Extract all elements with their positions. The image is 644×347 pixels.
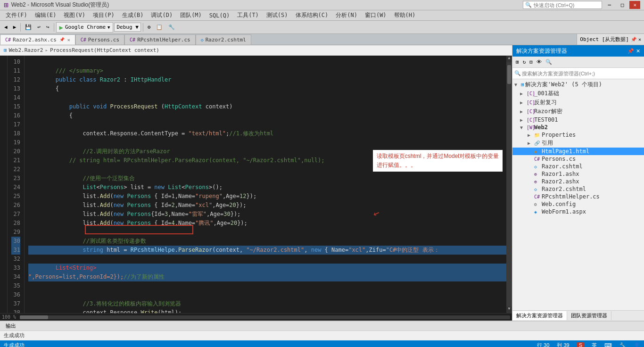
menu-tools[interactable]: 工具(T)	[233, 10, 263, 20]
tree-item-htmlpage1[interactable]: ◈ HtmlPage1.html	[512, 148, 644, 155]
se-tab-team[interactable]: 团队资源管理器	[567, 311, 611, 320]
tree-item-razor[interactable]: ▶ [C] Razor解密	[512, 107, 644, 116]
tree-item-references[interactable]: ▶ 🔗 引用	[512, 139, 644, 148]
sougou-icon[interactable]: S	[577, 342, 584, 347]
menu-debug[interactable]: 调试(D)	[147, 10, 176, 20]
cs-file-icon-3: C#	[130, 37, 135, 42]
tab-pin-icon[interactable]: 📌	[59, 37, 65, 42]
tree-item-razor2-ashx[interactable]: ⊕ Razor2.ashx	[512, 178, 644, 185]
tree-item-webform1[interactable]: ◈ WebForm1.aspx	[512, 208, 644, 215]
item-label-12: Razor2.ashx	[542, 178, 579, 185]
expand-icon-4: ▶	[520, 117, 526, 123]
tree-item-reflect[interactable]: ▶ [C] 反射复习	[512, 98, 644, 107]
tree-item-001[interactable]: ▶ [C] _001基础	[512, 89, 644, 98]
scroll-up-button[interactable]: ▲	[506, 56, 512, 62]
object-browser-label: Object [从元数据]	[580, 36, 629, 43]
menu-build[interactable]: 生成(B)	[118, 10, 148, 20]
scroll-down-button[interactable]: ▼	[506, 306, 512, 313]
expand-icon: ▶	[520, 91, 526, 96]
se-tab-solution[interactable]: 解决方案资源管理器	[512, 311, 567, 320]
user-icon[interactable]: 👤	[634, 342, 640, 347]
toolbar-btn-back[interactable]: ◀	[2, 23, 10, 32]
tab-rpcshtml-cs[interactable]: C# RPcshtmlHelper.cs	[124, 34, 196, 45]
solution-label: 解决方案'Web2' (5 个项目)	[525, 81, 602, 89]
menu-view[interactable]: 视图(V)	[60, 10, 89, 20]
solution-root[interactable]: ▼ ⊞ 解决方案'Web2' (5 个项目)	[512, 80, 644, 89]
code-content[interactable]: /// </summary> public class Razor2 : IHt…	[25, 56, 512, 313]
tree-item-persons-cs[interactable]: C# Persons.cs	[512, 155, 644, 163]
solution-search[interactable]: 🔍	[512, 68, 644, 79]
vertical-scrollbar[interactable]	[506, 56, 512, 313]
minimize-button[interactable]: −	[604, 0, 615, 9]
cs-icon-4: [C]	[527, 117, 533, 123]
run-button[interactable]: ▶ Google Chrome ▼	[56, 22, 114, 33]
tree-item-razor2-cshtml[interactable]: ◇ Razor2.cshtml	[512, 185, 644, 193]
obj-close-btn[interactable]: ✕	[638, 37, 641, 42]
menu-file[interactable]: 文件(F)	[2, 10, 31, 20]
item-label: _001基础	[534, 90, 559, 98]
tree-item-test001[interactable]: ▶ [C] TEST001	[512, 116, 644, 124]
pin-icon[interactable]: 📌	[631, 37, 636, 42]
code-editor-body[interactable]: 10 11 12 13 14 15 16 17 18 19 20 21 22 2…	[0, 56, 512, 313]
toolbar-btn-save-all[interactable]: 💾	[23, 23, 34, 32]
quick-launch-input[interactable]	[534, 2, 600, 8]
se-tb-properties[interactable]: ⊞	[514, 58, 520, 66]
se-tb-refresh[interactable]: ↻	[521, 58, 528, 66]
object-browser-tab[interactable]: Object [从元数据] 📌 ✕	[577, 34, 644, 45]
solution-expand-icon: ▼	[514, 82, 520, 87]
toolbar-btn-undo[interactable]: ↩	[35, 23, 43, 32]
quick-launch-box[interactable]: 🔍	[523, 1, 602, 9]
menu-project[interactable]: 项目(P)	[89, 10, 118, 20]
expand-icon-6: ▶	[528, 132, 533, 138]
menu-architecture[interactable]: 体系结构(C)	[292, 10, 332, 20]
solution-search-input[interactable]	[522, 71, 642, 76]
tree-item-razor-cshtml[interactable]: ◇ Razor.cshtml	[512, 163, 644, 170]
menu-help[interactable]: 帮助(H)	[390, 10, 420, 20]
maximize-button[interactable]: □	[617, 1, 628, 9]
tree-item-rpcshtml[interactable]: C# RPcshtmlHelper.cs	[512, 193, 644, 200]
close-button[interactable]: ✕	[629, 1, 640, 9]
cs-file-icon-tree-2: C#	[534, 194, 541, 199]
tree-item-razor1-ashx[interactable]: ⊕ Razor1.ashx	[512, 170, 644, 178]
toolbar-btn-redo[interactable]: ↪	[44, 23, 52, 32]
menu-test[interactable]: 测试(S)	[263, 10, 292, 20]
se-tb-show-all[interactable]: 👁	[535, 58, 543, 66]
se-close-btn[interactable]: ✕	[636, 48, 640, 54]
se-tb-collapse[interactable]: ⊟	[528, 58, 534, 66]
cshtml-file-icon-tree: ◇	[534, 164, 541, 169]
menu-sql[interactable]: SQL(Q)	[206, 11, 233, 20]
se-pin-btn[interactable]: 📌	[627, 48, 634, 54]
html-file-icon: ◈	[534, 149, 541, 154]
menu-team[interactable]: 团队(M)	[176, 10, 206, 20]
tab-close-btn[interactable]: ✕	[67, 37, 70, 42]
cs-file-icon-2: C#	[81, 37, 86, 42]
lang-icon[interactable]: 英	[592, 342, 597, 347]
code-editor-section: ⊞ Web2.Razor2 ▸ ProcessRequest(HttpConte…	[0, 45, 512, 321]
debug-config-dropdown[interactable]: Debug ▼	[114, 23, 140, 32]
tree-item-properties[interactable]: ▶ 📁 Properties	[512, 131, 644, 139]
settings-icon[interactable]: 🔧	[619, 342, 626, 347]
output-tabs: 输出	[0, 322, 644, 331]
tab-razor2-ashx-cs[interactable]: C# Razor2.ashx.cs 📌 ✕	[0, 34, 75, 45]
menu-edit[interactable]: 编辑(E)	[31, 10, 60, 20]
menu-analyze[interactable]: 分析(N)	[332, 10, 361, 20]
tree-item-webconfig[interactable]: ⚙ Web.config	[512, 200, 644, 208]
tab-persons-cs[interactable]: C# Persons.cs	[75, 34, 124, 45]
item-label-8: HtmlPage1.html	[542, 148, 589, 155]
se-tb-filter[interactable]: 🔍	[544, 58, 553, 66]
horizontal-scrollbar[interactable]	[20, 315, 510, 319]
cs-icon-5: [W]	[527, 125, 533, 130]
menu-window[interactable]: 窗口(W)	[361, 10, 390, 20]
keyboard-icon[interactable]: ⌨	[604, 342, 612, 347]
toolbar-btn-forward[interactable]: ▶	[11, 23, 19, 32]
status-right: 行 30 列 39 S 英 ⌨ 🔧 👤	[537, 342, 640, 347]
item-label-9: Persons.cs	[542, 156, 576, 162]
tree-item-web2[interactable]: ▼ [W] Web2	[512, 124, 644, 131]
cs-icon: [C]	[527, 91, 533, 96]
toolbar-btn-7[interactable]: 🔧	[166, 23, 177, 32]
toolbar-btn-6[interactable]: 📋	[154, 23, 165, 32]
toolbar-btn-5[interactable]: ⚙	[145, 23, 153, 32]
solution-explorer-title: 解决方案资源管理器	[516, 47, 626, 55]
output-tab-label[interactable]: 输出	[2, 322, 20, 330]
tab-razor2-cshtml[interactable]: ◇ Razor2.cshtml	[196, 34, 251, 45]
